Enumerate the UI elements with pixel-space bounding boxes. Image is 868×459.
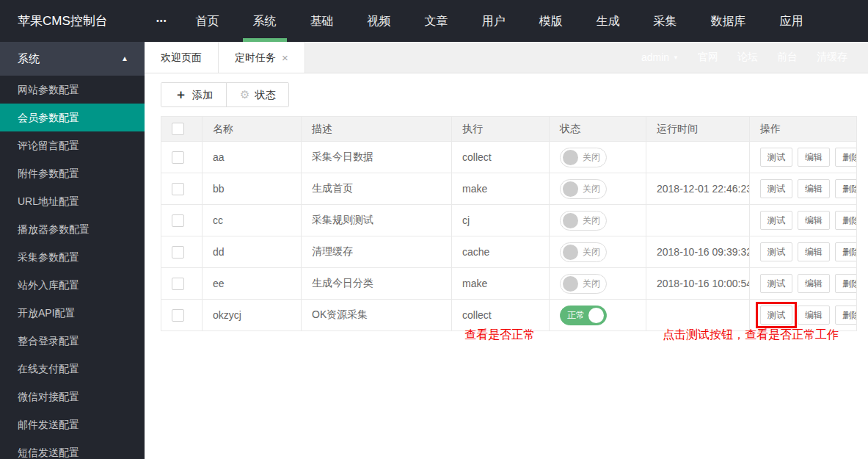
status-toggle[interactable]: 关闭 bbox=[560, 274, 607, 294]
topnav-item-数据库[interactable]: 数据库 bbox=[699, 0, 758, 42]
cell-status: 关闭 bbox=[550, 236, 646, 268]
cell-actions: 测试编辑删除 bbox=[750, 236, 857, 268]
row-checkbox[interactable] bbox=[172, 214, 184, 227]
delete-button[interactable]: 删除 bbox=[835, 179, 857, 198]
row-checkbox[interactable] bbox=[172, 246, 184, 259]
tab-定时任务[interactable]: 定时任务× bbox=[219, 42, 305, 73]
test-button[interactable]: 测试 bbox=[760, 179, 792, 198]
topnav-item-文章[interactable]: 文章 bbox=[413, 0, 460, 42]
add-button[interactable]: ＋ 添加 bbox=[161, 83, 226, 106]
status-toggle[interactable]: 正常 bbox=[560, 306, 607, 325]
topnav-item-系统[interactable]: 系统 bbox=[241, 0, 288, 42]
table-row: dd清理缓存cache关闭2018-10-16 09:39:32测试编辑删除 bbox=[161, 236, 857, 268]
column-header-运行时间: 运行时间 bbox=[646, 117, 750, 142]
sidebar-item[interactable]: 邮件发送配置 bbox=[0, 411, 145, 438]
column-header-状态: 状态 bbox=[550, 117, 646, 142]
row-checkbox[interactable] bbox=[172, 278, 184, 290]
column-header-操作: 操作 bbox=[750, 117, 857, 142]
cell-exec: make bbox=[452, 173, 550, 205]
action-buttons: 测试编辑删除 bbox=[760, 211, 856, 230]
sidebar-items: 网站参数配置会员参数配置评论留言配置附件参数配置URL地址配置播放器参数配置采集… bbox=[0, 76, 145, 459]
userbar-link-论坛[interactable]: 论坛 bbox=[737, 51, 758, 64]
cell-desc: 采集今日数据 bbox=[302, 142, 452, 173]
topnav-item-用户[interactable]: 用户 bbox=[470, 0, 517, 42]
status-toggle[interactable]: 关闭 bbox=[560, 211, 607, 231]
table-row: aa采集今日数据collect关闭测试编辑删除 bbox=[161, 142, 857, 173]
userbar-link-官网[interactable]: 官网 bbox=[698, 51, 718, 64]
topnav-item-采集[interactable]: 采集 bbox=[642, 0, 689, 42]
annotation-click-test: 点击测试按钮，查看是否正常工作 bbox=[663, 328, 839, 343]
cell-status: 关闭 bbox=[550, 205, 646, 236]
sidebar-item[interactable]: 播放器参数配置 bbox=[0, 215, 145, 243]
userbar-link-清缓存[interactable]: 清缓存 bbox=[817, 51, 847, 64]
delete-button[interactable]: 删除 bbox=[835, 306, 857, 325]
toggle-knob bbox=[563, 150, 578, 165]
test-button[interactable]: 测试 bbox=[760, 148, 792, 167]
collapse-dots-icon[interactable]: ••• bbox=[145, 0, 179, 42]
tab-欢迎页面[interactable]: 欢迎页面 bbox=[145, 42, 219, 73]
top-navbar: 苹果CMS控制台 ••• 首页系统基础视频文章用户模版生成采集数据库应用 bbox=[0, 0, 868, 42]
sidebar-item[interactable]: 附件参数配置 bbox=[0, 159, 145, 187]
annotation-check-status: 查看是否正常 bbox=[464, 328, 535, 343]
topnav-item-生成[interactable]: 生成 bbox=[585, 0, 632, 42]
sidebar-item[interactable]: 开放API配置 bbox=[0, 299, 145, 327]
status-toggle[interactable]: 关闭 bbox=[560, 179, 607, 199]
test-button[interactable]: 测试 bbox=[760, 242, 792, 261]
test-button[interactable]: 测试 bbox=[760, 306, 792, 325]
topnav-item-首页[interactable]: 首页 bbox=[184, 0, 231, 42]
cell-exec: collect bbox=[452, 300, 550, 331]
sidebar-group-label: 系统 bbox=[18, 52, 40, 65]
select-all-checkbox[interactable] bbox=[172, 123, 184, 135]
sidebar-item[interactable]: 整合登录配置 bbox=[0, 327, 145, 355]
status-toggle[interactable]: 关闭 bbox=[560, 148, 607, 167]
delete-button[interactable]: 删除 bbox=[835, 211, 857, 230]
cell-actions: 测试编辑删除 bbox=[750, 173, 857, 205]
delete-button[interactable]: 删除 bbox=[835, 242, 857, 261]
toggle-label: 正常 bbox=[567, 309, 585, 322]
topnav-item-视频[interactable]: 视频 bbox=[356, 0, 403, 42]
edit-button[interactable]: 编辑 bbox=[798, 179, 830, 198]
topnav-item-应用[interactable]: 应用 bbox=[768, 0, 815, 42]
edit-button[interactable]: 编辑 bbox=[798, 306, 830, 325]
table-row: okzycjOK资源采集collect正常测试编辑删除 bbox=[161, 300, 857, 331]
sidebar-item[interactable]: URL地址配置 bbox=[0, 187, 145, 215]
status-toggle[interactable]: 关闭 bbox=[560, 242, 607, 262]
status-button[interactable]: ⚙ 状态 bbox=[226, 83, 288, 106]
delete-button[interactable]: 删除 bbox=[835, 148, 857, 167]
edit-button[interactable]: 编辑 bbox=[798, 148, 830, 167]
delete-button[interactable]: 删除 bbox=[835, 274, 857, 293]
sidebar-item[interactable]: 站外入库配置 bbox=[0, 271, 145, 299]
cell-desc: 清理缓存 bbox=[302, 236, 452, 268]
test-button[interactable]: 测试 bbox=[760, 274, 792, 293]
sidebar-item[interactable]: 短信发送配置 bbox=[0, 438, 145, 459]
test-button[interactable]: 测试 bbox=[760, 211, 792, 230]
sidebar: 系统 ▲ 网站参数配置会员参数配置评论留言配置附件参数配置URL地址配置播放器参… bbox=[0, 42, 145, 459]
sidebar-item[interactable]: 评论留言配置 bbox=[0, 131, 145, 159]
edit-button[interactable]: 编辑 bbox=[798, 242, 830, 261]
cell-actions: 测试编辑删除 bbox=[750, 300, 857, 331]
column-header-描述: 描述 bbox=[302, 117, 452, 142]
table-header-row: 名称描述执行状态运行时间操作 bbox=[161, 117, 857, 142]
sidebar-item[interactable]: 采集参数配置 bbox=[0, 243, 145, 271]
row-checkbox[interactable] bbox=[172, 309, 184, 322]
sidebar-group-system[interactable]: 系统 ▲ bbox=[0, 42, 145, 76]
sidebar-item[interactable]: 微信对接配置 bbox=[0, 383, 145, 411]
sidebar-item[interactable]: 在线支付配置 bbox=[0, 355, 145, 383]
row-checkbox[interactable] bbox=[172, 151, 184, 164]
close-tab-icon[interactable]: × bbox=[282, 52, 288, 63]
edit-button[interactable]: 编辑 bbox=[798, 274, 830, 293]
userbar-link-前台[interactable]: 前台 bbox=[777, 51, 798, 64]
sidebar-item[interactable]: 会员参数配置 bbox=[0, 104, 145, 131]
topnav-item-基础[interactable]: 基础 bbox=[299, 0, 346, 42]
cell-name: cc bbox=[203, 205, 302, 236]
action-buttons: 测试编辑删除 bbox=[760, 306, 856, 325]
edit-button[interactable]: 编辑 bbox=[798, 211, 830, 230]
topnav-item-模版[interactable]: 模版 bbox=[528, 0, 575, 42]
admin-menu[interactable]: admin▼ bbox=[641, 51, 679, 63]
row-checkbox[interactable] bbox=[172, 183, 184, 195]
cell-actions: 测试编辑删除 bbox=[750, 142, 857, 173]
sidebar-item[interactable]: 网站参数配置 bbox=[0, 76, 145, 104]
userbar-links: 官网论坛前台清缓存 bbox=[698, 51, 847, 64]
cell-time bbox=[646, 142, 750, 173]
cell-time: 2018-12-01 22:46:23 bbox=[646, 173, 750, 205]
